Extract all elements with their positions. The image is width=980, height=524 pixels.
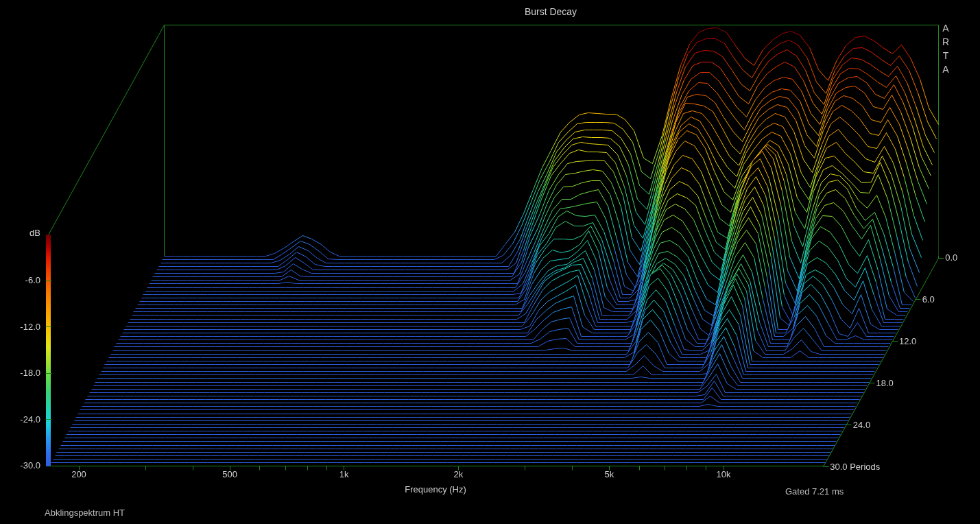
gated-label: Gated 7.21 ms — [785, 486, 844, 497]
frequency-tick-label: 500 — [222, 469, 237, 479]
brand-letter: A — [940, 21, 951, 35]
frequency-tick-label: 200 — [71, 469, 86, 479]
arta-logo: A R T A — [940, 21, 951, 76]
burst-decay-plot: Burst Decay A R T A dB Frequency (Hz) Ga… — [0, 0, 980, 524]
plot-title: Burst Decay — [525, 7, 577, 17]
dataset-label: Abklingspektrum HT — [45, 508, 125, 518]
db-tick-label: -30.0 — [0, 460, 40, 471]
frequency-tick-label: 5k — [605, 469, 614, 479]
db-tick-label: -18.0 — [0, 368, 40, 378]
frequency-tick-label: 10k — [717, 469, 731, 479]
waterfall-canvas — [0, 0, 980, 524]
db-tick-label: -6.0 — [0, 275, 40, 285]
period-tick-label: 6.0 — [922, 294, 935, 305]
db-tick-label: -24.0 — [0, 414, 40, 425]
brand-letter: R — [940, 35, 951, 49]
period-tick-label: 12.0 — [899, 336, 916, 346]
frequency-axis-title: Frequency (Hz) — [405, 484, 466, 495]
brand-letter: T — [940, 49, 951, 62]
period-tick-label: 30.0 Periods — [830, 462, 880, 472]
db-tick-label: -12.0 — [0, 322, 40, 332]
db-axis-unit: dB — [0, 228, 40, 238]
period-tick-label: 18.0 — [876, 378, 893, 388]
period-tick-label: 24.0 — [853, 420, 870, 430]
frequency-tick-label: 2k — [453, 469, 463, 479]
period-tick-label: 0.0 — [945, 252, 957, 263]
frequency-tick-label: 1k — [339, 469, 349, 479]
brand-letter: A — [940, 62, 951, 76]
